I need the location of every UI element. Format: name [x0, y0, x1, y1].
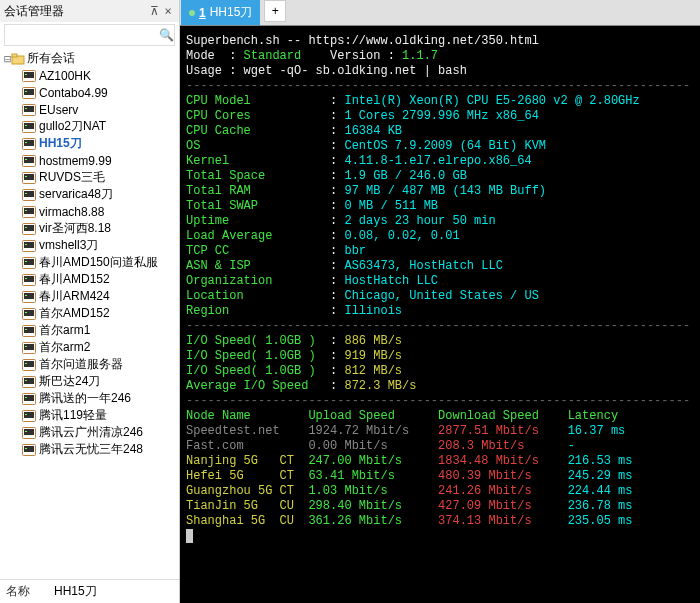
svg-rect-52 [25, 346, 27, 347]
sidebar-header: 会话管理器 ⊼ × [0, 0, 179, 22]
svg-rect-28 [25, 210, 27, 211]
svg-rect-19 [25, 159, 27, 160]
footer-label: 名称 [6, 583, 54, 600]
terminal-icon [22, 444, 36, 456]
session-label: Contabo4.99 [39, 86, 108, 100]
svg-rect-40 [25, 278, 27, 279]
terminal-output[interactable]: Superbench.sh -- https://www.oldking.net… [180, 26, 700, 603]
session-item[interactable]: EUserv [0, 101, 179, 118]
session-label: 首尔问道服务器 [39, 356, 123, 373]
terminal-icon [22, 104, 36, 116]
session-label: RUVDS三毛 [39, 169, 105, 186]
svg-rect-25 [25, 193, 27, 194]
terminal-icon [22, 223, 36, 235]
terminal-icon [22, 257, 36, 269]
tab-number: 1 [199, 6, 206, 20]
close-icon[interactable]: × [161, 4, 175, 18]
terminal-icon [22, 87, 36, 99]
footer-value: HH15刀 [54, 583, 173, 600]
terminal-icon [22, 155, 36, 167]
session-item[interactable]: AZ100HK [0, 67, 179, 84]
terminal-icon [22, 291, 36, 303]
terminal-icon [22, 410, 36, 422]
terminal-icon [22, 240, 36, 252]
terminal-icon [22, 376, 36, 388]
session-label: gullo2刀NAT [39, 118, 106, 135]
terminal-icon [22, 325, 36, 337]
session-tree[interactable]: ⊟ 所有会话 AZ100HKContabo4.99EUservgullo2刀NA… [0, 48, 179, 579]
terminal-icon [22, 121, 36, 133]
minus-icon[interactable]: ⊟ [4, 52, 11, 66]
session-item[interactable]: HH15刀 [0, 135, 179, 152]
session-label: servarica48刀 [39, 186, 113, 203]
svg-rect-4 [25, 74, 27, 75]
session-label: hostmem9.99 [39, 154, 112, 168]
sidebar-title: 会话管理器 [4, 3, 147, 20]
session-item[interactable]: 首尔问道服务器 [0, 356, 179, 373]
session-item[interactable]: Contabo4.99 [0, 84, 179, 101]
filter-box[interactable]: 🔍 [4, 24, 175, 46]
filter-input[interactable] [9, 28, 159, 42]
svg-rect-10 [25, 108, 27, 109]
svg-rect-43 [25, 295, 27, 296]
tab-bar: 1 HH15刀 + [180, 0, 700, 26]
session-item[interactable]: servarica48刀 [0, 186, 179, 203]
svg-rect-37 [25, 261, 27, 262]
session-label: vmshell3刀 [39, 237, 98, 254]
status-dot-icon [189, 10, 195, 16]
session-label: AZ100HK [39, 69, 91, 83]
session-item[interactable]: gullo2刀NAT [0, 118, 179, 135]
session-label: 腾讯云无忧三年248 [39, 441, 143, 458]
tree-root-label: 所有会话 [27, 50, 75, 67]
session-item[interactable]: 首尔arm1 [0, 322, 179, 339]
tab-active[interactable]: 1 HH15刀 [181, 0, 260, 25]
svg-rect-49 [25, 329, 27, 330]
session-item[interactable]: RUVDS三毛 [0, 169, 179, 186]
session-manager-sidebar: 会话管理器 ⊼ × 🔍 ⊟ 所有会话 AZ100HKContabo4.99EUs… [0, 0, 180, 603]
tab-label: HH15刀 [210, 4, 253, 21]
session-item[interactable]: 春川ARM424 [0, 288, 179, 305]
session-item[interactable]: 春川AMD150问道私服 [0, 254, 179, 271]
session-item[interactable]: 春川AMD152 [0, 271, 179, 288]
session-item[interactable]: vmshell3刀 [0, 237, 179, 254]
svg-rect-31 [25, 227, 27, 228]
svg-rect-70 [25, 448, 27, 449]
terminal-icon [22, 359, 36, 371]
svg-rect-7 [25, 91, 27, 92]
session-label: 腾讯云广州清凉246 [39, 424, 143, 441]
session-item[interactable]: 斯巴达24刀 [0, 373, 179, 390]
terminal-icon [22, 393, 36, 405]
session-item[interactable]: vir圣河西8.18 [0, 220, 179, 237]
terminal-icon [22, 274, 36, 286]
terminal-icon [22, 427, 36, 439]
svg-rect-22 [25, 176, 27, 177]
session-label: 首尔arm1 [39, 322, 90, 339]
svg-rect-61 [25, 397, 27, 398]
session-label: 首尔arm2 [39, 339, 90, 356]
folder-icon [11, 52, 25, 66]
session-label: 春川AMD152 [39, 271, 110, 288]
svg-rect-46 [25, 312, 27, 313]
svg-rect-67 [25, 431, 27, 432]
session-item[interactable]: 腾讯119轻量 [0, 407, 179, 424]
pin-icon[interactable]: ⊼ [147, 4, 161, 18]
session-item[interactable]: hostmem9.99 [0, 152, 179, 169]
session-item[interactable]: 首尔AMD152 [0, 305, 179, 322]
svg-rect-58 [25, 380, 27, 381]
session-item[interactable]: 腾讯云广州清凉246 [0, 424, 179, 441]
session-label: 腾讯119轻量 [39, 407, 107, 424]
svg-rect-1 [12, 54, 17, 57]
sidebar-footer: 名称 HH15刀 [0, 579, 179, 603]
terminal-icon [22, 342, 36, 354]
session-item[interactable]: 首尔arm2 [0, 339, 179, 356]
session-label: 腾讯送的一年246 [39, 390, 131, 407]
session-item[interactable]: virmach8.88 [0, 203, 179, 220]
tree-root[interactable]: ⊟ 所有会话 [0, 50, 179, 67]
main-area: 1 HH15刀 + Superbench.sh -- https://www.o… [180, 0, 700, 603]
search-icon[interactable]: 🔍 [159, 28, 173, 42]
session-label: virmach8.88 [39, 205, 104, 219]
new-tab-button[interactable]: + [264, 0, 286, 22]
terminal-icon [22, 138, 36, 150]
session-item[interactable]: 腾讯送的一年246 [0, 390, 179, 407]
session-item[interactable]: 腾讯云无忧三年248 [0, 441, 179, 458]
